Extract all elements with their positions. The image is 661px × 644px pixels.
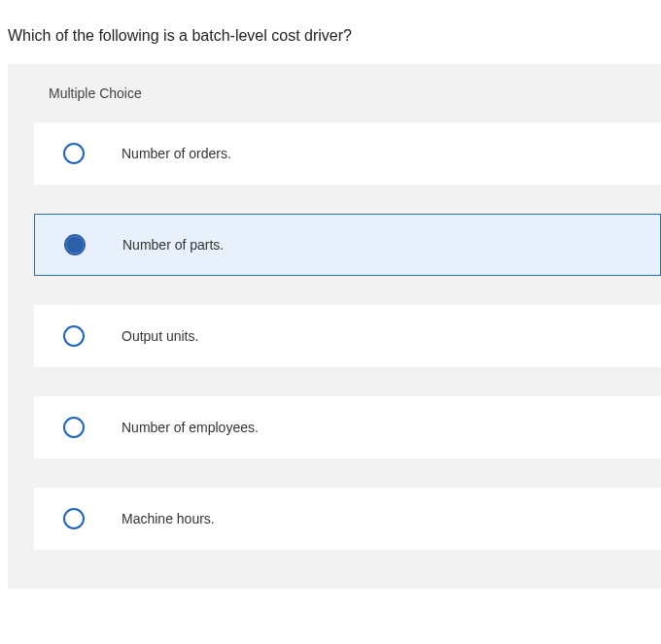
option-label: Number of orders. bbox=[122, 146, 231, 161]
option-2[interactable]: Output units. bbox=[34, 305, 661, 367]
section-header: Multiple Choice bbox=[8, 64, 661, 122]
option-0[interactable]: Number of orders. bbox=[34, 122, 661, 185]
option-1[interactable]: Number of parts. bbox=[34, 214, 661, 276]
option-label: Number of employees. bbox=[122, 420, 259, 435]
radio-icon bbox=[63, 417, 85, 438]
radio-icon bbox=[63, 325, 85, 347]
option-label: Output units. bbox=[122, 328, 198, 344]
options-list: Number of orders. Number of parts. Outpu… bbox=[8, 122, 661, 550]
option-3[interactable]: Number of employees. bbox=[34, 396, 661, 458]
question-text: Which of the following is a batch-level … bbox=[0, 0, 661, 64]
option-label: Machine hours. bbox=[122, 511, 215, 526]
radio-icon bbox=[63, 508, 85, 529]
multiple-choice-container: Multiple Choice Number of orders. Number… bbox=[8, 64, 661, 589]
option-4[interactable]: Machine hours. bbox=[34, 488, 661, 550]
option-label: Number of parts. bbox=[122, 237, 224, 253]
radio-icon bbox=[64, 234, 86, 255]
radio-icon bbox=[63, 143, 85, 164]
